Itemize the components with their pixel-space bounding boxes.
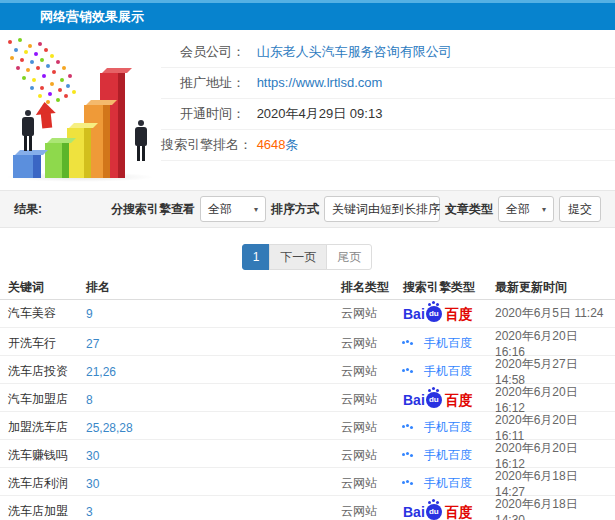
last-page-button[interactable]: 尾页 [326,244,372,270]
confetti-dots-decoration [8,40,12,44]
rank-type-cell: 云网站 [341,363,403,380]
account-info-list: 会员公司： 山东老人头汽车服务咨询有限公司 推广地址： https://www.… [161,30,615,161]
promotion-url-row: 推广地址： https://www.lrtlsd.com [161,68,615,99]
account-info-section: 会员公司： 山东老人头汽车服务咨询有限公司 推广地址： https://www.… [0,30,615,190]
engine-ranking-row: 搜索引擎排名： 4648条 [161,130,615,161]
table-body: 汽车美容 9 云网站 Bai du 百度 2020年6月5日 11:24 开洗车… [0,300,615,520]
rank-link[interactable]: 30 [86,477,341,491]
submit-button[interactable]: 提交 [559,196,601,222]
growth-chart-illustration [0,32,185,182]
sort-value: 关键词由短到长排序 [332,201,440,218]
mobile-baidu-logo: 手机百度 [403,335,472,352]
page-1-button[interactable]: 1 [242,244,271,270]
baidu-paw-icon: du [426,392,442,408]
mobile-baidu-logo: 手机百度 [403,419,472,436]
sort-select[interactable]: 关键词由短到长排序 ▾ [324,196,440,222]
engine-cell: Bai du 百度 [403,504,495,520]
rank-link[interactable]: 3 [86,505,341,519]
page-title: 网络营销效果展示 [0,3,615,30]
col-rank: 排名 [86,279,341,296]
baidu-logo: Bai du 百度 [403,306,473,322]
engine-cell: Bai du 百度 [403,392,495,408]
ranking-count-value: 4648 [257,137,286,152]
baidu-paw-icon: du [426,306,442,322]
result-label: 结果: [14,201,42,218]
table-row: 洗车赚钱吗 30 云网站 手机百度 2020年6月20日 16:12 [0,440,615,468]
opening-time-row: 开通时间： 2020年4月29日 09:13 [161,99,615,130]
opening-time-value: 2020年4月29日 09:13 [257,106,383,121]
baidu-paw-icon: du [426,504,442,520]
keyword-cell: 洗车店加盟 [8,503,86,520]
rank-link[interactable]: 30 [86,449,341,463]
keyword-cell: 洗车店投资 [8,363,86,380]
updated-cell: 2020年6月20日 16:12 [495,440,607,471]
mobile-baidu-text: 手机百度 [424,335,472,352]
table-row: 汽车美容 9 云网站 Bai du 百度 2020年6月5日 11:24 [0,300,615,328]
updated-cell: 2020年6月5日 11:24 [495,305,607,322]
article-type-label: 文章类型 [445,201,493,218]
chevron-down-icon: ▾ [542,205,546,214]
col-engine-type: 搜索引擎类型 [403,279,495,296]
rank-type-cell: 云网站 [341,305,403,322]
up-arrow-icon [35,101,58,131]
engine-filter-value: 全部 [208,201,232,218]
updated-cell: 2020年6月18日 14:27 [495,468,607,499]
member-company-link[interactable]: 山东老人头汽车服务咨询有限公司 [257,44,452,59]
rank-link[interactable]: 9 [86,307,341,321]
engine-cell: 手机百度 [403,475,495,492]
mobile-baidu-logo: 手机百度 [403,475,472,492]
col-rank-type: 排名类型 [341,279,403,296]
keyword-cell: 加盟洗车店 [8,419,86,436]
sort-label: 排序方式 [271,201,319,218]
engine-filter-select[interactable]: 全部 ▾ [200,196,266,222]
rank-link[interactable]: 27 [86,337,341,351]
updated-cell: 2020年6月20日 16:11 [495,412,607,443]
table-row: 加盟洗车店 25,28,28 云网站 手机百度 2020年6月20日 16:11 [0,412,615,440]
mobile-baidu-text: 手机百度 [424,419,472,436]
baidu-cn-text: 百度 [445,505,473,519]
table-header-row: 关键词 排名 排名类型 搜索引擎类型 最新更新时间 [0,276,615,300]
table-row: 洗车店利润 30 云网站 手机百度 2020年6月18日 14:27 [0,468,615,496]
page-header: 网络营销效果展示 [0,0,615,30]
baidu-bai-text: Bai [403,505,425,519]
updated-cell: 2020年5月27日 14:58 [495,356,607,387]
next-page-button[interactable]: 下一页 [269,244,327,270]
bar-blue [13,155,41,178]
article-type-select[interactable]: 全部 ▾ [498,196,554,222]
baidu-cn-text: 百度 [445,393,473,407]
keyword-cell: 洗车店利润 [8,475,86,492]
engine-cell: 手机百度 [403,335,495,352]
rank-link[interactable]: 21,26 [86,365,341,379]
pagination: 1 下一页 尾页 [0,244,615,270]
rank-link[interactable]: 25,28,28 [86,421,341,435]
engine-filter-label: 分搜索引擎查看 [111,201,195,218]
keyword-cell: 洗车赚钱吗 [8,447,86,464]
rank-type-cell: 云网站 [341,391,403,408]
engine-cell: 手机百度 [403,363,495,380]
updated-cell: 2020年6月20日 16:16 [495,328,607,359]
rank-link[interactable]: 8 [86,393,341,407]
mobile-baidu-text: 手机百度 [424,475,472,492]
table-row: 洗车店投资 21,26 云网站 手机百度 2020年5月27日 14:58 [0,356,615,384]
businessman-figure-left [20,110,36,151]
baidu-logo: Bai du 百度 [403,392,473,408]
engine-cell: 手机百度 [403,419,495,436]
baidu-bai-text: Bai [403,307,425,321]
filter-bar: 结果: 分搜索引擎查看 全部 ▾ 排序方式 关键词由短到长排序 ▾ 文章类型 全… [0,190,615,228]
bar-green [45,143,69,178]
chevron-down-icon: ▾ [254,205,258,214]
updated-cell: 2020年6月20日 16:12 [495,384,607,415]
baidu-logo: Bai du 百度 [403,504,473,520]
table-row: 洗车店加盟 3 云网站 Bai du 百度 2020年6月18日 14:30 [0,496,615,520]
member-company-row: 会员公司： 山东老人头汽车服务咨询有限公司 [161,37,615,68]
keyword-cell: 开洗车行 [8,335,86,352]
engine-cell: 手机百度 [403,447,495,464]
col-keyword: 关键词 [8,279,86,296]
rank-type-cell: 云网站 [341,475,403,492]
businessman-figure-right [133,120,149,161]
mobile-baidu-text: 手机百度 [424,447,472,464]
promotion-url-link[interactable]: https://www.lrtlsd.com [257,75,383,90]
table-row: 汽车加盟店 8 云网站 Bai du 百度 2020年6月20日 16:12 [0,384,615,412]
updated-cell: 2020年6月18日 14:30 [495,496,607,520]
mobile-baidu-text: 手机百度 [424,363,472,380]
